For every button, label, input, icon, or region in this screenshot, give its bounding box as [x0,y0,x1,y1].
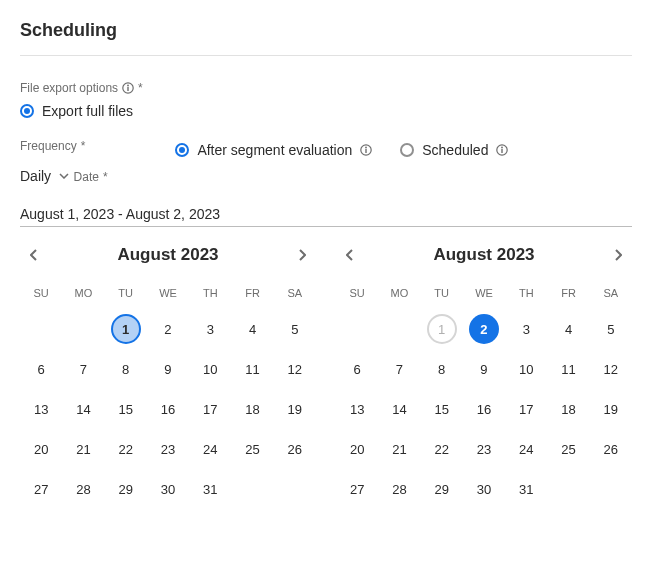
export-full-files-option[interactable]: Export full files [20,103,632,119]
calendar-empty [336,313,378,345]
calendar-day[interactable]: 28 [62,473,104,505]
calendar-day[interactable]: 14 [378,393,420,425]
dow-we: WE [147,281,189,305]
calendar-day[interactable]: 29 [421,473,463,505]
info-icon[interactable] [496,144,508,156]
calendar-day[interactable]: 27 [20,473,62,505]
info-icon[interactable] [360,144,372,156]
calendar-day[interactable]: 19 [274,393,316,425]
calendar-day[interactable]: 6 [336,353,378,385]
calendar-day[interactable]: 24 [505,433,547,465]
calendar-day[interactable]: 23 [463,433,505,465]
calendar-day[interactable]: 31 [505,473,547,505]
calendar-day[interactable]: 15 [421,393,463,425]
calendar-day[interactable]: 12 [274,353,316,385]
calendar-day[interactable]: 15 [105,393,147,425]
calendar-day[interactable]: 6 [20,353,62,385]
prev-month-button[interactable] [24,245,44,265]
calendar-day[interactable]: 24 [189,433,231,465]
calendar-day[interactable]: 5 [274,313,316,345]
dow-tu: TU [421,281,463,305]
calendar-day[interactable]: 22 [105,433,147,465]
calendar-day[interactable]: 11 [231,353,273,385]
calendar-day[interactable]: 26 [590,433,632,465]
export-full-files-label: Export full files [42,103,133,119]
calendar-day[interactable]: 5 [590,313,632,345]
radio-selected-icon [175,143,189,157]
calendar-day[interactable]: 20 [336,433,378,465]
file-export-label: File export options * [20,81,143,95]
prev-month-button[interactable] [340,245,360,265]
calendar-day[interactable]: 12 [590,353,632,385]
calendar-day[interactable]: 16 [463,393,505,425]
calendar-day[interactable]: 30 [463,473,505,505]
calendar-day[interactable]: 4 [231,313,273,345]
calendar-day[interactable]: 3 [505,313,547,345]
calendar-day[interactable]: 21 [62,433,104,465]
calendar-day[interactable]: 16 [147,393,189,425]
calendar-day[interactable]: 29 [105,473,147,505]
calendar-day[interactable]: 18 [547,393,589,425]
calendar-empty [62,313,104,345]
calendar-day[interactable]: 13 [336,393,378,425]
calendar-day[interactable]: 28 [378,473,420,505]
calendar-day[interactable]: 7 [62,353,104,385]
calendar-day[interactable]: 9 [147,353,189,385]
calendar-day[interactable]: 10 [505,353,547,385]
date-range[interactable]: August 1, 2023 - August 2, 2023 [20,206,632,222]
calendar-day[interactable]: 25 [231,433,273,465]
dow-su: SU [336,281,378,305]
calendar-day[interactable]: 8 [105,353,147,385]
calendar-day[interactable]: 17 [189,393,231,425]
calendar-day[interactable]: 18 [231,393,273,425]
required-asterisk: * [81,139,86,153]
info-icon[interactable] [122,82,134,94]
scheduled-option[interactable]: Scheduled [400,142,508,158]
divider [20,55,632,56]
calendar-day[interactable]: 27 [336,473,378,505]
required-asterisk: * [138,81,143,95]
frequency-value: Daily [20,168,51,184]
calendar-day[interactable]: 10 [189,353,231,385]
calendar-day-disabled: 1 [421,313,463,345]
calendar-day[interactable]: 4 [547,313,589,345]
next-month-button[interactable] [292,245,312,265]
frequency-label-text: Frequency [20,139,77,153]
calendar-day[interactable]: 17 [505,393,547,425]
calendar-day[interactable]: 2 [147,313,189,345]
required-asterisk: * [103,170,108,184]
after-segment-evaluation-label: After segment evaluation [197,142,352,158]
calendar-day[interactable]: 23 [147,433,189,465]
next-month-button[interactable] [608,245,628,265]
scheduled-label: Scheduled [422,142,488,158]
dow-mo: MO [378,281,420,305]
dow-sa: SA [274,281,316,305]
calendar-day[interactable]: 26 [274,433,316,465]
calendar-day[interactable]: 19 [590,393,632,425]
calendar-day[interactable]: 7 [378,353,420,385]
svg-rect-8 [502,149,503,153]
dow-th: TH [505,281,547,305]
calendar-day[interactable]: 21 [378,433,420,465]
calendar-day[interactable]: 13 [20,393,62,425]
section-title: Scheduling [20,20,632,41]
calendar-day[interactable]: 20 [20,433,62,465]
after-segment-evaluation-option[interactable]: After segment evaluation [175,142,372,158]
calendar-day[interactable]: 14 [62,393,104,425]
dow-tu: TU [105,281,147,305]
calendar-day[interactable]: 25 [547,433,589,465]
svg-point-1 [127,85,129,87]
calendar-day[interactable]: 11 [547,353,589,385]
calendar-month-title: August 2023 [117,245,218,265]
calendar-day[interactable]: 2 [463,313,505,345]
calendar-day[interactable]: 9 [463,353,505,385]
calendar-day[interactable]: 31 [189,473,231,505]
calendar-empty [20,313,62,345]
calendar-day[interactable]: 3 [189,313,231,345]
calendar-day[interactable]: 1 [105,313,147,345]
calendar-day[interactable]: 8 [421,353,463,385]
radio-icon [400,143,414,157]
calendar-day[interactable]: 30 [147,473,189,505]
calendar-day[interactable]: 22 [421,433,463,465]
frequency-dropdown[interactable]: Daily [20,168,69,184]
